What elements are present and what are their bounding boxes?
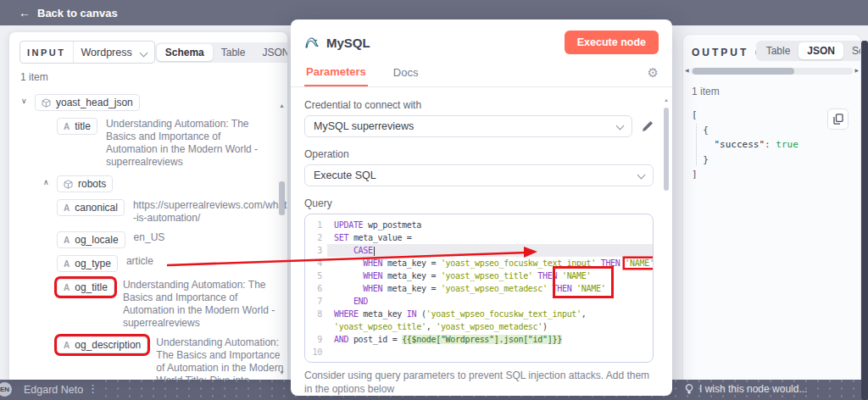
line-number: 2 [305,231,327,244]
json-token: "success" [715,139,765,150]
chevron-up-icon[interactable]: ∧ [43,175,57,186]
tree-value: Understanding Automation: The Basics and… [123,279,287,330]
query-editor[interactable]: 1UPDATE wp_postmeta2SET meta_value =3 CA… [304,214,654,363]
line-content: WHEN meta_key = 'yoast_wpseo_metadesc' T… [327,282,653,295]
code-line-3: 3 CASE [305,244,653,257]
tab-table[interactable]: Table [213,44,254,61]
scroll-thumb[interactable] [279,181,285,215]
json-line: ] [692,167,860,182]
scroll-thumb[interactable] [693,68,795,75]
edit-credential-icon[interactable] [642,120,654,132]
scroll-thumb[interactable] [664,108,669,191]
tree-key-pill-robots[interactable]: robots [57,175,113,192]
code-token: ) [542,322,548,331]
tab-json[interactable]: JSON [253,44,288,61]
operation-value: Execute SQL [314,169,376,181]
line-content: WHEN meta_key = 'yoast_wpseo_focuskw_tex… [327,257,654,269]
input-scrollbar[interactable]: ▲ ▼ [278,103,286,375]
annotation-box-name-value: 'NAME' [625,258,654,268]
code-line-5: 5 WHEN meta_key = 'yoast_wpseo_title' TH… [305,269,653,282]
tree-key-pill-og_title[interactable]: Aog_title [57,279,114,296]
tree-key-label: og_locale [75,234,118,246]
code-token: WHEN [363,284,382,293]
tree-row-og_type: Aog_typearticle [21,255,287,272]
window-scrollbar[interactable] [861,41,868,400]
tree-row-canonical: Acanonicalhttps://superrealreviews.com/w… [21,199,287,225]
code-line-10: 10 [305,346,653,358]
scroll-up-icon[interactable]: ▲ [278,103,286,108]
chevron-down-icon [139,48,147,57]
tree-key-label: og_description [75,339,141,351]
input-source-select[interactable]: INPUT Wordpress [19,41,155,64]
scroll-down-icon[interactable]: ▼ [278,369,286,375]
line-number: 4 [305,257,327,269]
tab-json[interactable]: JSON [798,42,843,59]
tab-schema[interactable]: Schema [843,42,861,59]
json-token [692,139,715,150]
tab-schema[interactable]: Schema [157,44,213,61]
chevron-down-icon[interactable]: ∨ [21,94,35,105]
gear-icon[interactable]: ⚙ [648,65,659,81]
line-content: END [327,295,653,308]
scroll-right-icon[interactable]: ▶ [854,67,859,75]
tree-value: en_US [134,231,165,244]
tab-parameters[interactable]: Parameters [304,59,368,86]
tab-table[interactable]: Table [758,42,799,59]
tree-key-label: og_title [75,281,108,293]
operation-select[interactable]: Execute SQL [304,164,654,186]
code-token: CASE [353,246,373,255]
json-indent-guide [696,124,697,165]
code-token: = [407,233,412,242]
string-type-icon: A [64,236,70,245]
tab-docs[interactable]: Docs [392,60,420,86]
line-number: 5 [305,269,327,282]
output-items-count: 1 item [692,86,860,97]
json-line: } [692,153,860,168]
chevron-down-icon [616,122,625,131]
code-token: UPDATE [334,220,363,230]
code-token: 'yoast_wpseo_focuskw_text_input' [436,258,596,268]
code-token: 'yoast_wpseo_focuskw_text_input' [426,309,581,319]
wish-node-button[interactable]: I wish this node would... [685,383,807,395]
modal-scrollbar[interactable]: ▲ ▼ [663,97,670,400]
execute-node-button[interactable]: Execute node [565,31,659,54]
line-number: 1 [305,219,327,231]
tree-key-pill-yoast_head_json[interactable]: yoast_head_json [35,94,140,111]
tree-key-label: canonical [75,202,118,214]
tree-key-pill-og_type[interactable]: Aog_type [57,255,118,272]
scroll-left-icon[interactable]: ◀ [685,67,689,75]
credential-label: Credential to connect with [304,99,654,111]
tree-key-pill-canonical[interactable]: Acanonical [57,199,125,216]
line-number [305,320,327,333]
user-menu-icon[interactable]: ⋮ [87,382,98,395]
code-token: {{$node["Wordpress"].json["id"]}} [402,335,562,344]
back-to-canvas-button[interactable]: ← Back to canvas [19,6,118,19]
code-token: 'yoast_wpseo_metadesc' [436,284,548,293]
code-token: post_id [348,335,392,344]
tree-key-pill-og_locale[interactable]: Aog_locale [57,231,125,248]
scroll-up-icon[interactable]: ▲ [663,97,670,103]
code-token: THEN [533,271,562,281]
string-type-icon: A [64,283,70,292]
code-line-4: 4 WHEN meta_key = 'yoast_wpseo_focuskw_t… [305,257,653,269]
output-hscrollbar[interactable]: ◀ ▶ [685,67,859,75]
tree-row-og_title: Aog_titleUnderstanding Automation: The B… [21,279,287,330]
copy-output-button[interactable] [827,108,849,130]
back-arrow-icon: ← [19,6,31,19]
tree-key-label: yoast_head_json [56,97,133,108]
tree-value: article [126,255,153,268]
input-panel-label: INPUT [20,42,74,63]
tree-key-pill-title[interactable]: Atitle [57,118,97,135]
json-token: { [692,125,709,136]
lightbulb-icon [685,384,693,395]
code-token [334,297,353,306]
line-content: AND post_id = {{$node["Wordpress"].json[… [327,333,653,346]
line-content: SET meta_value = [327,231,653,244]
tree-key-pill-og_description[interactable]: Aog_description [57,336,147,353]
code-line-8: 8WHERE meta_key IN ('yoast_wpseo_focuskw… [305,308,653,320]
code-token: , [581,309,587,319]
credential-select[interactable]: MySQL superreviews [304,115,632,137]
user-name: Edgard Neto [24,384,83,396]
mysql-icon [304,36,319,50]
string-type-icon: A [64,259,70,269]
